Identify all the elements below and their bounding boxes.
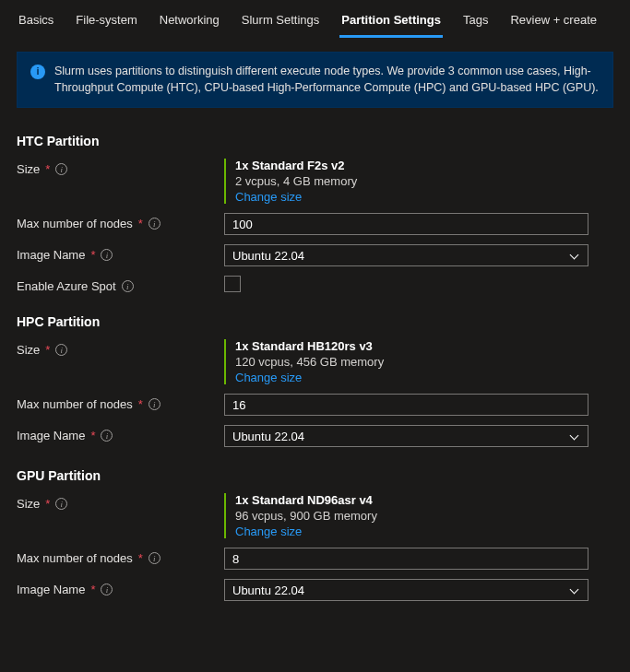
hpc-image-label: Image Name bbox=[17, 429, 85, 442]
hpc-size-value: 1x Standard HB120rs v3 bbox=[235, 339, 588, 353]
gpu-image-value: Ubuntu 22.04 bbox=[232, 584, 304, 597]
info-icon[interactable]: i bbox=[149, 218, 160, 230]
required-marker: * bbox=[45, 497, 50, 511]
htc-image-select[interactable]: Ubuntu 22.04 bbox=[224, 244, 588, 266]
tab-basics[interactable]: Basics bbox=[17, 7, 55, 38]
info-icon[interactable]: i bbox=[55, 498, 67, 510]
chevron-down-icon bbox=[571, 434, 580, 439]
tab-tags[interactable]: Tags bbox=[461, 7, 490, 38]
hpc-size-label: Size bbox=[17, 343, 40, 357]
chevron-down-icon bbox=[571, 588, 580, 593]
gpu-image-select[interactable]: Ubuntu 22.04 bbox=[224, 579, 588, 601]
htc-section-title: HTC Partition bbox=[0, 117, 630, 154]
info-banner: i Slurm uses partitions to distinguish d… bbox=[17, 52, 613, 108]
htc-image-value: Ubuntu 22.04 bbox=[232, 249, 304, 263]
htc-max-nodes-input[interactable] bbox=[224, 213, 588, 235]
required-marker: * bbox=[90, 248, 95, 262]
gpu-section-title: GPU Partition bbox=[0, 452, 630, 489]
gpu-change-size-link[interactable]: Change size bbox=[235, 525, 588, 538]
htc-spot-checkbox[interactable] bbox=[224, 276, 241, 292]
info-icon[interactable]: i bbox=[149, 398, 160, 410]
htc-size-value: 1x Standard F2s v2 bbox=[235, 159, 588, 172]
tab-review-create[interactable]: Review + create bbox=[508, 7, 599, 38]
tab-slurm-settings[interactable]: Slurm Settings bbox=[240, 7, 322, 38]
gpu-max-nodes-input[interactable] bbox=[224, 548, 588, 570]
htc-max-nodes-label: Max number of nodes bbox=[17, 217, 133, 230]
required-marker: * bbox=[45, 162, 50, 176]
htc-size-label: Size bbox=[17, 162, 40, 176]
info-icon[interactable]: i bbox=[55, 163, 67, 175]
tab-partition-settings[interactable]: Partition Settings bbox=[339, 7, 443, 38]
hpc-image-value: Ubuntu 22.04 bbox=[232, 430, 304, 443]
hpc-size-sub: 120 vcpus, 456 GB memory bbox=[235, 355, 588, 369]
required-marker: * bbox=[138, 397, 143, 411]
htc-spot-label: Enable Azure Spot bbox=[17, 279, 116, 293]
htc-image-label: Image Name bbox=[17, 248, 85, 262]
info-icon[interactable]: i bbox=[101, 584, 113, 595]
gpu-size-sub: 96 vcpus, 900 GB memory bbox=[235, 509, 588, 523]
required-marker: * bbox=[138, 217, 143, 230]
required-marker: * bbox=[90, 429, 95, 442]
hpc-max-nodes-input[interactable] bbox=[224, 394, 588, 416]
tab-file-system[interactable]: File-system bbox=[74, 7, 138, 38]
hpc-max-nodes-label: Max number of nodes bbox=[17, 397, 133, 411]
info-icon[interactable]: i bbox=[55, 344, 67, 356]
info-icon[interactable]: i bbox=[101, 430, 113, 442]
hpc-change-size-link[interactable]: Change size bbox=[235, 371, 588, 384]
htc-change-size-link[interactable]: Change size bbox=[235, 190, 588, 204]
tabs-bar: Basics File-system Networking Slurm Sett… bbox=[0, 0, 630, 39]
gpu-max-nodes-label: Max number of nodes bbox=[17, 551, 133, 565]
hpc-image-select[interactable]: Ubuntu 22.04 bbox=[224, 425, 588, 447]
gpu-image-label: Image Name bbox=[17, 583, 85, 596]
required-marker: * bbox=[90, 583, 95, 596]
required-marker: * bbox=[45, 343, 50, 357]
htc-size-sub: 2 vcpus, 4 GB memory bbox=[235, 174, 588, 188]
hpc-section-title: HPC Partition bbox=[0, 298, 630, 335]
info-icon: i bbox=[30, 65, 45, 79]
tab-networking[interactable]: Networking bbox=[158, 7, 221, 38]
info-icon[interactable]: i bbox=[122, 280, 134, 292]
chevron-down-icon bbox=[571, 253, 580, 258]
info-icon[interactable]: i bbox=[101, 249, 113, 261]
gpu-size-label: Size bbox=[17, 497, 40, 511]
required-marker: * bbox=[138, 551, 143, 565]
info-icon[interactable]: i bbox=[149, 552, 160, 564]
info-banner-text: Slurm uses partitions to distinguish dif… bbox=[54, 64, 600, 96]
gpu-size-value: 1x Standard ND96asr v4 bbox=[235, 493, 588, 507]
